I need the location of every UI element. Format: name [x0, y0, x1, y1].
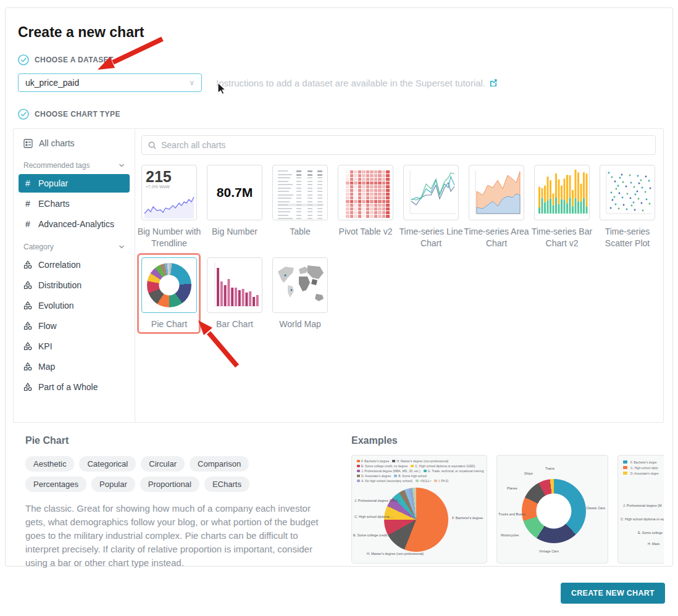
sidebar-item-flow[interactable]: Flow [19, 317, 130, 335]
sidebar-item-correlation[interactable]: Correlation [19, 256, 130, 274]
tile-ts-area-chart[interactable]: Time-series Area Chart [469, 165, 524, 249]
thumb-bar-chart [207, 257, 262, 313]
chart-search[interactable] [141, 135, 656, 155]
hash-icon: # [23, 178, 32, 188]
tile-label: World Map [267, 318, 333, 330]
ballot-icon [23, 139, 33, 148]
search-input[interactable] [161, 140, 649, 150]
create-chart-page: Create a new chart CHOOSE A DATASET uk_p… [0, 0, 678, 616]
chart-type-sidebar: All charts Recommended tags # Popular # … [14, 129, 135, 422]
bar-chart-glyph [207, 258, 262, 312]
sidebar-section-category[interactable]: Category [14, 235, 135, 254]
chevron-down-icon: ∨ [189, 78, 195, 87]
thumb-ts-scatter-plot [600, 165, 655, 220]
tag-badge: Categorical [79, 456, 136, 472]
search-icon [148, 141, 156, 149]
examples-title: Examples [351, 435, 664, 446]
pie-callout: H. Mast [648, 542, 659, 546]
thumb-big-number-sub: +7.0% WoW [146, 185, 193, 189]
thumb-pie-chart [141, 257, 197, 313]
step-dataset: CHOOSE A DATASET [18, 54, 664, 65]
tile-big-number[interactable]: 80.7M Big Number [207, 165, 262, 249]
pie-callout: Trucks and Buses [498, 512, 525, 516]
tag-badge: ECharts [204, 477, 249, 492]
pie-callout: Motorcycles [501, 533, 519, 537]
pie-callout: Ships [524, 472, 533, 475]
sidebar-item-evolution[interactable]: Evolution [19, 296, 130, 315]
category-icon [23, 362, 32, 371]
pie-callout: Planes [507, 486, 517, 490]
tile-label: Bar Chart [201, 318, 268, 330]
chart-type-selector: All charts Recommended tags # Popular # … [13, 128, 664, 423]
tile-label: Time-series Area Chart [463, 226, 530, 249]
gallery-pane: 215 +7.0% WoW Big Number with Trendline [135, 129, 663, 422]
pie-callout: Trains [545, 467, 555, 470]
area-chart-glyph [469, 165, 524, 220]
tile-ts-line-chart[interactable]: Time-series Line Chart [403, 165, 459, 249]
sparkline [143, 194, 195, 219]
step-chart-type: CHOOSE CHART TYPE [18, 109, 664, 120]
tag-badge: Circular [141, 456, 185, 472]
tile-ts-scatter-plot[interactable]: Time-series Scatter Plot [600, 165, 655, 249]
example-pie-image-2: Classic Cars Vintage Cars Motorcycles Tr… [496, 455, 608, 564]
dataset-select[interactable]: uk_price_paid ∨ [18, 73, 202, 92]
thumb-ts-line-chart [403, 165, 459, 220]
check-circle-icon [18, 54, 29, 65]
sidebar-item-echarts[interactable]: # ECharts [19, 194, 130, 213]
sidebar-item-all-charts[interactable]: All charts [14, 133, 135, 154]
category-icon [23, 342, 32, 351]
tile-label: Pie Chart [136, 318, 203, 330]
main-card: Create a new chart CHOOSE A DATASET uk_p… [5, 7, 673, 567]
check-circle-icon [18, 109, 29, 120]
example3-legend: F. Bachelor's degreC. High school diploD… [618, 456, 664, 475]
example1-legend: F. Bachelor's degreeH. Master's degree (… [352, 456, 487, 483]
choose-dataset-label: CHOOSE A DATASET [35, 56, 114, 64]
examples-strip: F. Bachelor's degreeH. Master's degree (… [351, 455, 664, 564]
thumb-big-number: 80.7M [207, 165, 262, 220]
tile-pie-chart[interactable]: Pie Chart [141, 257, 197, 330]
dataset-select-value: uk_price_paid [25, 78, 79, 88]
thumb-table [272, 165, 328, 220]
sidebar-item-part-of-a-whole[interactable]: Part of a Whole [19, 378, 130, 396]
pie-callout: E. Some college credit, no degree [353, 533, 404, 537]
sidebar-item-kpi[interactable]: KPI [19, 337, 130, 356]
category-icon [23, 383, 32, 391]
thumb-big-number-value: 215 [146, 169, 193, 185]
tag-badge: Comparison [190, 456, 249, 472]
tile-world-map[interactable]: World Map [272, 257, 328, 330]
tag-badge: Popular [91, 477, 135, 492]
tile-ts-bar-chart[interactable]: Time-series Bar Chart v2 [534, 165, 590, 249]
category-icon [23, 301, 32, 310]
thumb-ts-area-chart [469, 165, 524, 220]
donut-glyph [147, 263, 191, 307]
category-icon [23, 281, 32, 289]
sidebar-section-recommended-tags[interactable]: Recommended tags [14, 154, 135, 172]
pie-callout: Vintage Cars [539, 549, 559, 553]
tile-table[interactable]: Table [272, 165, 328, 249]
sidebar-item-distribution[interactable]: Distribution [19, 276, 130, 294]
tag-badge: Proportional [140, 477, 199, 492]
pie-callout: E. Some college [638, 531, 663, 535]
pie-callout: H. Master's degree (non-professional) [367, 552, 424, 556]
tag-badge: Aesthetic [25, 456, 74, 472]
thumb-world-map [272, 257, 328, 313]
external-link-icon[interactable] [489, 78, 498, 87]
chevron-down-icon [119, 244, 125, 250]
example-pie-image-3: F. Bachelor's degreC. High school diploD… [617, 455, 664, 564]
create-new-chart-button[interactable]: CREATE NEW CHART [561, 583, 665, 604]
sidebar-item-advanced-analytics[interactable]: # Advanced-Analytics [19, 215, 130, 233]
sidebar-item-map[interactable]: Map [19, 357, 130, 376]
example1-pie [384, 488, 448, 552]
tile-bar-chart[interactable]: Bar Chart [207, 257, 262, 330]
dataset-instructions: Instructions to add a dataset are availa… [216, 78, 498, 88]
thumb-big-number-trendline: 215 +7.0% WoW [141, 165, 197, 220]
tile-pivot-table[interactable]: Pivot Table v2 [338, 165, 393, 249]
world-map-glyph [273, 258, 327, 312]
hash-icon: # [23, 219, 32, 229]
all-charts-label: All charts [39, 138, 75, 148]
tile-label: Pivot Table v2 [332, 226, 399, 238]
pie-callout: J. Professional degree (M [623, 504, 662, 507]
tile-big-number-trendline[interactable]: 215 +7.0% WoW Big Number with Trendline [141, 165, 197, 249]
sidebar-item-popular[interactable]: # Popular [19, 174, 130, 193]
tag-badge: Percentages [25, 477, 86, 492]
